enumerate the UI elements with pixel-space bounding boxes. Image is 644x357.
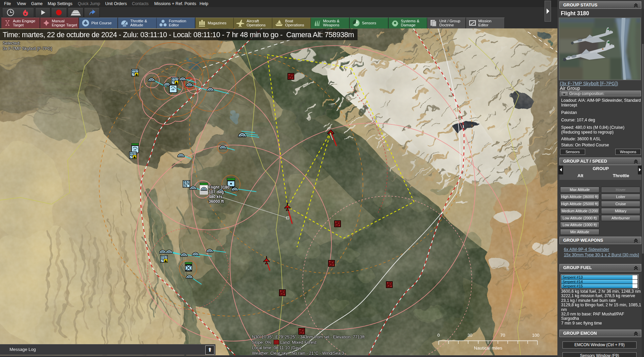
svg-text:Nautical miles: Nautical miles	[474, 346, 502, 351]
svg-text:107 deg: 107 deg	[209, 190, 224, 194]
svg-text:0: 0	[437, 333, 440, 338]
svg-text:480 kts: 480 kts	[209, 194, 223, 199]
svg-text:36000 ft: 36000 ft	[209, 199, 224, 204]
svg-text:Flight 3180: Flight 3180	[208, 185, 230, 190]
svg-text:30: 30	[467, 333, 472, 338]
svg-text:100: 100	[532, 333, 539, 338]
svg-text:70: 70	[500, 333, 505, 338]
